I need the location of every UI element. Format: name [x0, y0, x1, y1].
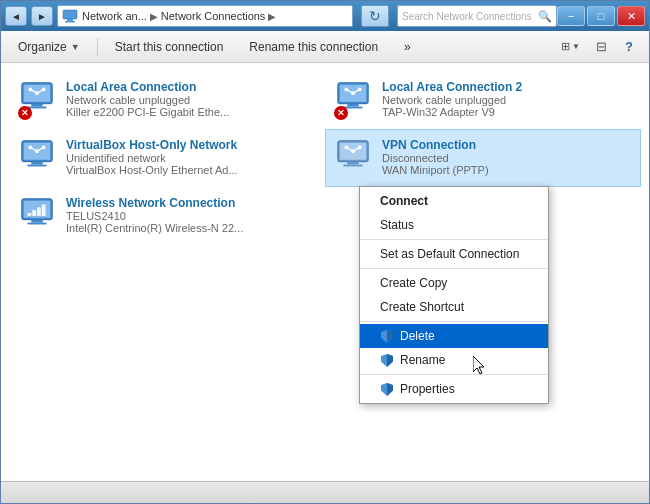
- conn-status-vpn: Disconnected: [382, 152, 632, 164]
- search-input[interactable]: Search Network Connections 🔍: [397, 5, 557, 27]
- svg-rect-45: [31, 220, 42, 223]
- svg-rect-10: [31, 104, 42, 107]
- address-bar[interactable]: Network an... ▶ Network Connections ▶: [57, 5, 353, 27]
- conn-info-virtualbox: VirtualBox Host-Only Network Unidentifie…: [66, 138, 316, 176]
- ctx-delete[interactable]: Delete: [360, 324, 548, 348]
- connection-wireless[interactable]: Wireless Network Connection TELUS2410 In…: [9, 187, 325, 245]
- connection-icon-local-area: ✕: [18, 80, 58, 120]
- toolbar-right: ⊞ ▼ ⊟ ?: [556, 36, 641, 58]
- ctx-delete-label: Delete: [400, 329, 435, 343]
- title-bar-left: ◄ ► Network an... ▶ Network Connections …: [5, 5, 557, 27]
- ctx-create-copy[interactable]: Create Copy: [360, 271, 548, 295]
- maximize-button[interactable]: □: [587, 6, 615, 26]
- conn-name-local-area-2: Local Area Connection 2: [382, 80, 632, 94]
- breadcrumb-arrow-2: ▶: [268, 11, 276, 22]
- breadcrumb-arrow-1: ▶: [150, 11, 158, 22]
- connection-icon-local-area-2: ✕: [334, 80, 374, 120]
- svg-point-35: [358, 146, 362, 150]
- ctx-create-shortcut[interactable]: Create Shortcut: [360, 295, 548, 319]
- ctx-sep-2: [360, 268, 548, 269]
- toolbar-separator-1: [97, 38, 98, 56]
- network-icon: [62, 8, 78, 24]
- organize-arrow: ▼: [71, 42, 80, 52]
- ctx-sep-4: [360, 374, 548, 375]
- ctx-set-default[interactable]: Set as Default Connection: [360, 242, 548, 266]
- breadcrumb-2: Network Connections: [161, 10, 266, 22]
- ctx-connect-label: Connect: [380, 194, 428, 208]
- svg-point-27: [35, 149, 39, 153]
- ctx-sep-1: [360, 239, 548, 240]
- svg-point-8: [42, 88, 46, 92]
- svg-rect-41: [28, 213, 32, 216]
- disconnected-badge-1: ✕: [18, 106, 32, 120]
- svg-rect-28: [31, 162, 42, 165]
- network-panel: ✕ Local Area Connection Network cable un…: [1, 63, 649, 481]
- ctx-connect[interactable]: Connect: [360, 189, 548, 213]
- svg-point-16: [344, 88, 348, 92]
- conn-name-local-area: Local Area Connection: [66, 80, 316, 94]
- svg-point-17: [358, 88, 362, 92]
- ctx-create-shortcut-label: Create Shortcut: [380, 300, 464, 314]
- conn-info-wireless: Wireless Network Connection TELUS2410 In…: [66, 196, 316, 234]
- refresh-button[interactable]: ↻: [361, 5, 389, 27]
- conn-name-wireless: Wireless Network Connection: [66, 196, 316, 210]
- ctx-status[interactable]: Status: [360, 213, 548, 237]
- connection-icon-virtualbox: [18, 138, 58, 178]
- close-button[interactable]: ✕: [617, 6, 645, 26]
- svg-point-9: [35, 91, 39, 95]
- title-bar: ◄ ► Network an... ▶ Network Connections …: [1, 1, 649, 31]
- view-options-button[interactable]: ⊞ ▼: [556, 36, 585, 58]
- svg-point-34: [344, 146, 348, 150]
- svg-point-18: [351, 91, 355, 95]
- disconnected-badge-2: ✕: [334, 106, 348, 120]
- context-menu: Connect Status Set as Default Connection…: [359, 186, 549, 404]
- svg-point-25: [28, 146, 32, 150]
- back-button[interactable]: ◄: [5, 6, 27, 26]
- ctx-create-copy-label: Create Copy: [380, 276, 447, 290]
- svg-rect-19: [347, 104, 358, 107]
- more-label: »: [404, 40, 411, 54]
- ctx-properties[interactable]: Properties: [360, 377, 548, 401]
- rename-connection-button[interactable]: Rename this connection: [240, 36, 387, 58]
- search-placeholder: Search Network Connections: [402, 11, 538, 22]
- connection-virtualbox[interactable]: VirtualBox Host-Only Network Unidentifie…: [9, 129, 325, 187]
- conn-detail-local-area-2: TAP-Win32 Adapter V9: [382, 106, 632, 118]
- ctx-properties-shield-icon: [380, 382, 394, 396]
- svg-point-26: [42, 146, 46, 150]
- connection-vpn[interactable]: VPN Connection Disconnected WAN Miniport…: [325, 129, 641, 187]
- ctx-status-label: Status: [380, 218, 414, 232]
- connection-icon-vpn: [334, 138, 374, 178]
- start-connection-label: Start this connection: [115, 40, 224, 54]
- conn-status-virtualbox: Unidentified network: [66, 152, 316, 164]
- svg-rect-0: [63, 10, 77, 19]
- conn-info-vpn: VPN Connection Disconnected WAN Miniport…: [382, 138, 632, 176]
- svg-rect-37: [347, 162, 358, 165]
- minimize-button[interactable]: −: [557, 6, 585, 26]
- breadcrumb-1: Network an...: [82, 10, 147, 22]
- connection-local-area[interactable]: ✕ Local Area Connection Network cable un…: [9, 71, 325, 129]
- ctx-properties-label: Properties: [400, 382, 455, 396]
- conn-detail-virtualbox: VirtualBox Host-Only Ethernet Ad...: [66, 164, 316, 176]
- svg-rect-2: [65, 21, 75, 23]
- svg-point-36: [351, 149, 355, 153]
- organize-button[interactable]: Organize ▼: [9, 36, 89, 58]
- svg-rect-43: [37, 207, 41, 216]
- svg-rect-42: [32, 210, 36, 216]
- organize-label: Organize: [18, 40, 67, 54]
- svg-point-7: [28, 88, 32, 92]
- conn-detail-vpn: WAN Miniport (PPTP): [382, 164, 632, 176]
- conn-detail-wireless: Intel(R) Centrino(R) Wireless-N 22...: [66, 222, 316, 234]
- forward-button[interactable]: ►: [31, 6, 53, 26]
- connection-local-area-2[interactable]: ✕ Local Area Connection 2 Network cable …: [325, 71, 641, 129]
- conn-info-local-area: Local Area Connection Network cable unpl…: [66, 80, 316, 118]
- more-button[interactable]: »: [395, 36, 420, 58]
- ctx-rename[interactable]: Rename: [360, 348, 548, 372]
- help-button[interactable]: ?: [617, 36, 641, 58]
- ctx-sep-3: [360, 321, 548, 322]
- conn-detail-local-area: Killer e2200 PCI-E Gigabit Ethe...: [66, 106, 316, 118]
- view-pane-button[interactable]: ⊟: [589, 36, 613, 58]
- ctx-rename-shield-icon: [380, 353, 394, 367]
- start-connection-button[interactable]: Start this connection: [106, 36, 233, 58]
- status-bar: [1, 481, 649, 503]
- ctx-set-default-label: Set as Default Connection: [380, 247, 519, 261]
